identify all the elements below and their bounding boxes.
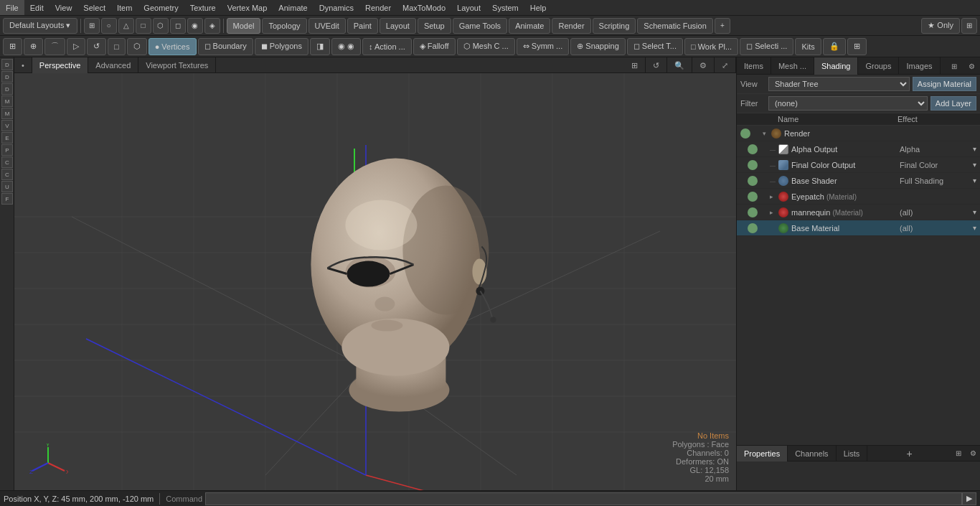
icon-globe[interactable]: ⊕ xyxy=(24,38,43,55)
btn-kits[interactable]: Kits xyxy=(795,38,821,55)
layer-eye-eyepatch[interactable] xyxy=(748,192,758,202)
layer-finalcolor[interactable]: Final Color Output Final Color ▾ xyxy=(737,157,980,173)
props-expand-icon[interactable]: ⊞ xyxy=(951,446,966,460)
star-only-btn[interactable]: ★ Only xyxy=(921,18,960,34)
menu-view[interactable]: View xyxy=(50,0,78,15)
sidebar-btn-10[interactable]: C xyxy=(1,169,13,180)
vp-icon-5[interactable]: ⤢ xyxy=(715,57,736,73)
expand-eyepatch[interactable] xyxy=(770,193,777,200)
command-go-btn[interactable]: ▶ xyxy=(962,492,976,505)
tab-mesh[interactable]: Mesh ... xyxy=(771,57,814,75)
layer-alpha[interactable]: Alpha Output Alpha ▾ xyxy=(737,141,980,157)
props-add-btn[interactable]: + xyxy=(902,446,918,462)
icon4[interactable]: □ xyxy=(136,18,151,34)
icon-square[interactable]: □ xyxy=(108,38,126,55)
menu-vertexmap[interactable]: Vertex Map xyxy=(222,0,273,15)
vp-dot[interactable]: • xyxy=(14,57,32,73)
sidebar-btn-3[interactable]: D xyxy=(1,83,13,95)
btn-falloff[interactable]: ◈ Falloff xyxy=(413,38,456,55)
vp-icon-2[interactable]: ↺ xyxy=(646,57,667,73)
sidebar-btn-9[interactable]: C xyxy=(1,156,13,168)
layer-eye-baseshader[interactable] xyxy=(748,176,758,186)
layer-baseshader[interactable]: Base Shader Full Shading ▾ xyxy=(737,173,980,189)
menu-layout[interactable]: Layout xyxy=(451,0,486,15)
sidebar-btn-8[interactable]: P xyxy=(1,144,13,156)
tab-uvedit[interactable]: UVEdit xyxy=(308,18,346,34)
sidebar-btn-1[interactable]: D xyxy=(1,59,13,70)
layer-eye-finalcolor[interactable] xyxy=(748,160,758,170)
menu-item[interactable]: Item xyxy=(111,0,138,15)
panel-expand-icon[interactable]: ⊞ xyxy=(946,57,963,75)
panel-settings-icon[interactable]: ⚙ xyxy=(963,57,980,75)
btn-polygons[interactable]: ◼ Polygons xyxy=(255,38,308,55)
tab-viewport-textures[interactable]: Viewport Textures xyxy=(138,57,216,73)
tab-shading[interactable]: Shading xyxy=(814,57,858,75)
btn-workpl[interactable]: □ Work Pl... xyxy=(684,38,738,55)
btn-action[interactable]: ↕ Action ... xyxy=(362,38,412,55)
vp-icon-3[interactable]: 🔍 xyxy=(667,57,692,73)
menu-geometry[interactable]: Geometry xyxy=(138,0,184,15)
layer-eye-basematerial[interactable] xyxy=(748,223,758,233)
tab-paint[interactable]: Paint xyxy=(347,18,378,34)
tab-model[interactable]: Model xyxy=(227,18,261,34)
expand-baseshader[interactable] xyxy=(770,177,777,184)
icon5[interactable]: ⬡ xyxy=(153,18,169,34)
tab-lists[interactable]: Lists xyxy=(837,446,868,462)
tab-render[interactable]: Render xyxy=(552,18,590,34)
maximize-icon[interactable]: ⊞ xyxy=(961,18,977,34)
icon3[interactable]: △ xyxy=(118,18,134,34)
menu-edit[interactable]: Edit xyxy=(24,0,50,15)
sidebar-btn-7[interactable]: E xyxy=(1,132,13,144)
command-input[interactable] xyxy=(205,492,962,505)
icon-rotate[interactable]: ↺ xyxy=(87,38,106,55)
sidebar-btn-12[interactable]: F xyxy=(1,193,13,205)
layer-eye-mannequin[interactable] xyxy=(748,207,758,217)
layer-render[interactable]: Render xyxy=(737,126,980,141)
sidebar-btn-6[interactable]: V xyxy=(1,120,13,131)
icon-lock[interactable]: 🔒 xyxy=(823,38,846,55)
tab-layout[interactable]: Layout xyxy=(380,18,416,34)
menu-texture[interactable]: Texture xyxy=(184,0,222,15)
btn-mesh[interactable]: ⬡ Mesh C ... xyxy=(457,38,515,55)
tab-gametools[interactable]: Game Tools xyxy=(453,18,508,34)
sidebar-btn-11[interactable]: U xyxy=(1,181,13,192)
icon-shape[interactable]: ◨ xyxy=(310,38,330,55)
icon1[interactable]: ⊞ xyxy=(84,18,100,34)
props-settings-icon[interactable]: ⚙ xyxy=(966,446,980,460)
assign-material-btn[interactable]: Assign Material xyxy=(913,77,976,91)
btn-snapping[interactable]: ⊕ Snapping xyxy=(570,38,626,55)
menu-help[interactable]: Help xyxy=(524,0,552,15)
expand-alpha[interactable] xyxy=(770,146,777,153)
tab-topology[interactable]: Topology xyxy=(262,18,306,34)
tab-schematic[interactable]: Schematic Fusion xyxy=(637,18,712,34)
menu-select[interactable]: Select xyxy=(77,0,111,15)
tab-setup[interactable]: Setup xyxy=(418,18,451,34)
expand-finalcolor[interactable] xyxy=(770,161,777,169)
layer-eyepatch[interactable]: Eyepatch (Material) xyxy=(737,189,980,205)
sidebar-btn-5[interactable]: M xyxy=(1,108,13,119)
viewport-canvas[interactable]: No Items Polygons : Face Channels: 0 Def… xyxy=(14,73,736,490)
icon-eye[interactable]: ◉ ◉ xyxy=(331,38,361,55)
tab-animate[interactable]: Animate xyxy=(509,18,550,34)
vp-icon-1[interactable]: ⊞ xyxy=(624,57,646,73)
btn-selecti[interactable]: ◻ Selecti ... xyxy=(740,38,793,55)
menu-dynamics[interactable]: Dynamics xyxy=(314,0,359,15)
sidebar-btn-4[interactable]: M xyxy=(1,95,13,107)
layer-eye-alpha[interactable] xyxy=(748,144,758,154)
icon-arrows[interactable]: ⊞ xyxy=(847,38,867,55)
menu-system[interactable]: System xyxy=(486,0,524,15)
filter-select[interactable]: (none) xyxy=(768,96,928,111)
expand-mannequin[interactable] xyxy=(770,209,777,216)
menu-file[interactable]: File xyxy=(0,0,24,15)
icon-hex[interactable]: ⬡ xyxy=(127,38,147,55)
tab-channels[interactable]: Channels xyxy=(788,446,836,462)
tab-items[interactable]: Items xyxy=(737,57,771,75)
layer-basematerial[interactable]: Base Material (all) ▾ xyxy=(737,220,980,236)
add-tab-btn[interactable]: + xyxy=(715,18,730,34)
add-layer-btn[interactable]: Add Layer xyxy=(930,96,976,111)
expand-render[interactable] xyxy=(763,130,770,137)
layer-eye-render[interactable] xyxy=(740,128,750,139)
view-select[interactable]: Shader Tree xyxy=(768,77,910,91)
vp-icon-4[interactable]: ⚙ xyxy=(692,57,715,73)
menu-maxtomodo[interactable]: MaxToModo xyxy=(397,0,451,15)
